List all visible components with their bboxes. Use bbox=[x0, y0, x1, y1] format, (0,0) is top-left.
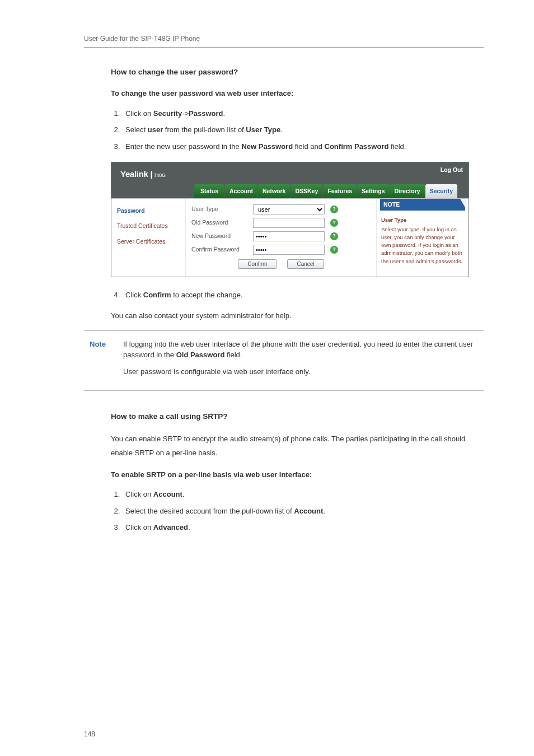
form-area: User Type user ? Old Password ? New Pass… bbox=[185, 199, 377, 277]
note-text-p2: User password is configurable via web us… bbox=[123, 366, 478, 377]
side-nav: Password Trusted Certificates Server Cer… bbox=[111, 199, 185, 277]
steps-list-password-cont: Click Confirm to accept the change. bbox=[111, 290, 484, 301]
label-confirm-password: Confirm Password bbox=[191, 245, 253, 254]
logout-link[interactable]: Log Out bbox=[441, 166, 463, 175]
sidebar-item-server-certs[interactable]: Server Certificates bbox=[117, 234, 185, 250]
sidebar-item-trusted-certs[interactable]: Trusted Certificates bbox=[117, 218, 185, 234]
header-title: User Guide for the SIP-T48G IP Phone bbox=[84, 35, 200, 43]
tab-settings[interactable]: Settings bbox=[357, 184, 389, 198]
sidebar-item-password[interactable]: Password bbox=[117, 203, 185, 219]
tab-directory[interactable]: Directory bbox=[390, 184, 425, 198]
input-confirm-password[interactable] bbox=[253, 245, 325, 255]
help-icon[interactable]: ? bbox=[330, 206, 338, 213]
help-icon[interactable]: ? bbox=[330, 219, 338, 227]
step-item: Enter the new user password in the New P… bbox=[122, 141, 484, 152]
note-section-title: User Type bbox=[381, 216, 464, 224]
steps-list-srtp: Click on Account. Select the desired acc… bbox=[111, 489, 484, 533]
label-new-password: New Password bbox=[191, 232, 253, 241]
question-heading-srtp: How to make a call using SRTP? bbox=[111, 411, 484, 422]
label-user-type: User Type bbox=[191, 205, 253, 214]
tab-features[interactable]: Features bbox=[323, 184, 357, 198]
step-item: Select the desired account from the pull… bbox=[122, 506, 484, 517]
tab-status[interactable]: Status bbox=[194, 184, 224, 198]
brand-logo: Yealink |T48G bbox=[120, 169, 166, 179]
help-icon[interactable]: ? bbox=[330, 232, 338, 240]
cancel-button[interactable]: Cancel bbox=[287, 259, 324, 269]
page-header: User Guide for the SIP-T48G IP Phone bbox=[84, 34, 484, 48]
step-item: Click Confirm to accept the change. bbox=[122, 290, 484, 301]
step-item: Click on Advanced. bbox=[122, 522, 484, 533]
steps-list-password: Click on Security->Password. Select user… bbox=[111, 108, 484, 152]
help-icon[interactable]: ? bbox=[330, 246, 338, 254]
tab-account[interactable]: Account bbox=[225, 184, 257, 198]
body-text: You can also contact your system adminis… bbox=[111, 310, 484, 321]
step-item: Click on Security->Password. bbox=[122, 108, 484, 119]
page-number: 148 bbox=[84, 729, 95, 739]
body-text-srtp: You can enable SRTP to encrypt the audio… bbox=[111, 432, 484, 460]
tab-network[interactable]: Network bbox=[258, 184, 290, 198]
note-panel-title: NOTE bbox=[380, 199, 465, 211]
web-ui-screenshot: Log Out Yealink |T48G Status Account Net… bbox=[111, 162, 469, 277]
note-text-p1: If logging into the web user interface o… bbox=[123, 339, 478, 361]
top-tabs: Status Account Network DSSKey Features S… bbox=[120, 184, 469, 198]
input-old-password[interactable] bbox=[253, 218, 325, 228]
step-item: Click on Account. bbox=[122, 489, 484, 500]
note-callout: Note If logging into the web user interf… bbox=[84, 330, 484, 391]
note-label: Note bbox=[90, 339, 113, 383]
note-body-text: Select your type. If you log in as user,… bbox=[381, 226, 462, 264]
tab-security[interactable]: Security bbox=[425, 184, 457, 198]
note-panel: NOTE User Type Select your type. If you … bbox=[377, 199, 469, 277]
input-new-password[interactable] bbox=[253, 231, 325, 241]
tab-dsskey[interactable]: DSSKey bbox=[291, 184, 322, 198]
procedure-intro-srtp: To enable SRTP on a per-line basis via w… bbox=[111, 469, 484, 480]
select-user-type[interactable]: user bbox=[253, 204, 325, 214]
confirm-button[interactable]: Confirm bbox=[238, 259, 277, 269]
question-heading-password: How to change the user password? bbox=[111, 67, 484, 78]
procedure-intro-password: To change the user password via web user… bbox=[111, 88, 484, 99]
label-old-password: Old Password bbox=[191, 218, 253, 227]
step-item: Select user from the pull-down list of U… bbox=[122, 124, 484, 136]
